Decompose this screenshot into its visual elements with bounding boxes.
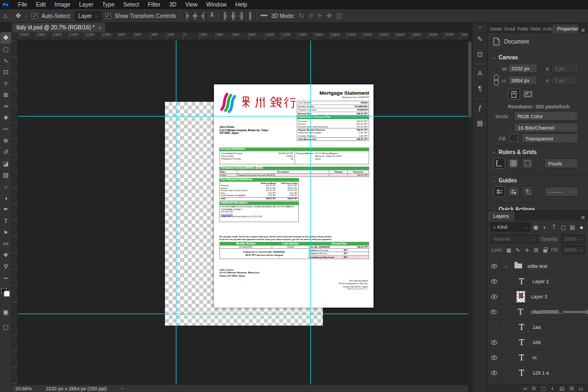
more-tools[interactable]: ••• bbox=[1, 272, 11, 284]
tab-actions[interactable]: Actio bbox=[541, 24, 553, 33]
visibility-toggle[interactable] bbox=[488, 259, 501, 274]
hand-tool[interactable]: ❖ bbox=[1, 249, 11, 261]
guides-toggle-button[interactable] bbox=[493, 186, 505, 197]
menu-file[interactable]: File bbox=[14, 0, 32, 9]
color-swatches[interactable] bbox=[1, 288, 11, 298]
layer-row-hidden[interactable]: T 1aa bbox=[488, 320, 588, 335]
tab-patterns[interactable]: Patte bbox=[515, 24, 528, 33]
guide-horizontal-1[interactable] bbox=[18, 116, 468, 117]
home-icon[interactable]: ⌂ bbox=[3, 12, 7, 20]
brush-settings-icon[interactable]: ✎ bbox=[474, 33, 487, 46]
canvas-area[interactable]: Mortgage Statement Statement Date: 05/04… bbox=[18, 40, 468, 384]
lasso-tool[interactable]: ∿ bbox=[1, 55, 11, 66]
filter-shape-icon[interactable]: ▢ bbox=[560, 223, 567, 231]
guide-horizontal-2[interactable] bbox=[18, 314, 468, 314]
crop-tool[interactable]: ⌗ bbox=[1, 78, 11, 89]
clone-source-icon[interactable]: ⊡ bbox=[474, 48, 487, 61]
eraser-tool[interactable]: ◪ bbox=[1, 158, 11, 169]
rulers-grids-section-header[interactable]: ⌄Rulers & Grids bbox=[492, 149, 537, 155]
clone-stamp-tool[interactable]: ⊕ bbox=[1, 135, 11, 146]
lock-all-icon[interactable] bbox=[542, 246, 548, 254]
glyphs-panel-icon[interactable]: ƒ bbox=[474, 101, 487, 114]
move-tool[interactable]: ✥ bbox=[1, 32, 11, 44]
fill-dropdown[interactable]: Transparent⌄ bbox=[522, 133, 578, 143]
eyedropper-tool[interactable]: ✑ bbox=[1, 101, 11, 112]
status-chevron-icon[interactable]: > bbox=[121, 387, 123, 390]
filter-pixel-icon[interactable]: ▣ bbox=[532, 223, 540, 231]
path-select-tool[interactable]: ➤ bbox=[1, 226, 11, 238]
canvas-scrollbar[interactable] bbox=[468, 40, 472, 384]
visibility-toggle[interactable] bbox=[488, 289, 501, 304]
width-field[interactable]: 2232 px bbox=[508, 64, 537, 73]
show-transform-checkbox[interactable]: ✓ bbox=[105, 13, 111, 19]
snap-toggle-button[interactable] bbox=[522, 158, 534, 169]
chevron-down-icon[interactable]: ⌄ bbox=[504, 264, 508, 268]
align-center-icon[interactable]: ╪ bbox=[193, 12, 198, 20]
layers-menu-icon[interactable]: ≡ bbox=[578, 214, 588, 220]
visibility-toggle[interactable] bbox=[488, 320, 501, 335]
close-icon[interactable]: × bbox=[99, 25, 101, 30]
orientation-landscape-button[interactable] bbox=[522, 89, 534, 100]
tab-layers[interactable]: Layers bbox=[488, 211, 514, 220]
move-tool-icon[interactable]: ✥ bbox=[15, 12, 21, 20]
visibility-toggle[interactable] bbox=[488, 304, 500, 320]
filter-type-icon[interactable]: T bbox=[550, 223, 558, 231]
layer-row[interactable]: T Layer 2 bbox=[488, 274, 588, 289]
lock-guides-button[interactable] bbox=[507, 186, 519, 197]
ruler-horizontal[interactable]: 2000180016001400120010008006004002000200… bbox=[12, 32, 468, 40]
auto-select-dropdown[interactable]: Layer⌄ bbox=[75, 11, 101, 21]
ruler-toggle-button[interactable] bbox=[493, 158, 505, 169]
type-tool[interactable]: T bbox=[1, 215, 11, 226]
chevron-down-icon[interactable]: ⌄ bbox=[24, 14, 28, 18]
libraries-panel-icon[interactable]: ▤ bbox=[474, 117, 487, 130]
layer-mask-icon[interactable]: ▢ bbox=[541, 385, 546, 391]
lock-transparent-icon[interactable]: ▦ bbox=[506, 246, 512, 254]
panel-menu-icon[interactable]: ≡ bbox=[578, 27, 588, 33]
more-options-icon[interactable]: ••• bbox=[261, 12, 268, 20]
tab-gradients[interactable]: Gradi bbox=[502, 24, 515, 33]
align-bottom-icon[interactable]: ╨ bbox=[210, 12, 215, 20]
layer-row-group[interactable]: ⌄ edite text bbox=[488, 259, 588, 274]
distribute-left-icon[interactable]: ╟ bbox=[222, 12, 227, 20]
document-tab[interactable]: Italy id.psd @ 20.7% (RGB/16) * × bbox=[12, 23, 106, 32]
screen-mode-button[interactable]: ▢ bbox=[1, 321, 11, 333]
scrollbar-thumb[interactable] bbox=[468, 41, 471, 118]
quick-actions-section-header[interactable]: ⌄Quick Actions bbox=[492, 206, 535, 210]
dodge-tool[interactable]: ◑ bbox=[1, 192, 11, 204]
lock-position-icon[interactable]: ✛ bbox=[524, 246, 530, 254]
layer-effects-icon[interactable]: fx bbox=[532, 385, 536, 391]
tab-swatches[interactable]: Swatc bbox=[488, 24, 502, 33]
paragraph-panel-icon[interactable]: ¶ bbox=[474, 82, 487, 95]
tab-properties[interactable]: Properties bbox=[553, 24, 578, 33]
brush-tool[interactable]: ✏ bbox=[1, 124, 11, 135]
layer-row[interactable]: T m bbox=[488, 350, 588, 365]
character-panel-icon[interactable]: A bbox=[474, 67, 487, 80]
background-color[interactable] bbox=[4, 291, 10, 297]
menu-help[interactable]: Help bbox=[231, 0, 252, 9]
align-right-icon[interactable]: ╡ bbox=[201, 12, 206, 20]
shape-tool[interactable]: ▭ bbox=[1, 238, 11, 249]
color-mode-dropdown[interactable]: RGB Color⌄ bbox=[514, 111, 578, 121]
mortgage-statement-page[interactable]: Mortgage Statement Statement Date: 05/04… bbox=[214, 84, 373, 308]
fill-swatch[interactable] bbox=[510, 133, 518, 142]
object-selection-tool[interactable]: ⊡ bbox=[1, 66, 11, 78]
tab-history[interactable]: Histo bbox=[528, 24, 541, 33]
layer-row[interactable]: T 129 1 a bbox=[488, 365, 588, 381]
lock-pixels-icon[interactable]: ✎ bbox=[514, 246, 521, 254]
menu-image[interactable]: Image bbox=[50, 0, 75, 9]
filter-adjustment-icon[interactable]: ◐ bbox=[541, 223, 549, 231]
new-group-icon[interactable]: ▤ bbox=[559, 385, 564, 391]
menu-edit[interactable]: Edit bbox=[32, 0, 50, 9]
healing-brush-tool[interactable]: ✚ bbox=[1, 112, 11, 124]
zoom-tool[interactable]: ⚲ bbox=[1, 261, 11, 272]
align-left-icon[interactable]: ╞ bbox=[184, 12, 189, 20]
frame-tool[interactable]: ⊠ bbox=[1, 89, 11, 101]
filter-smart-object-icon[interactable]: ▧ bbox=[568, 223, 576, 231]
layer-row[interactable]: T cilta0000000...<<<<<<<<0 d bbox=[488, 304, 588, 320]
height-field[interactable]: 2854 px bbox=[508, 76, 537, 85]
delete-layer-icon[interactable]: ⊔ bbox=[579, 385, 583, 391]
ruler-vertical[interactable] bbox=[12, 40, 18, 384]
distribute-vertical-icon[interactable]: ║ bbox=[248, 12, 253, 20]
distribute-center-icon[interactable]: ╫ bbox=[231, 12, 236, 20]
menu-type[interactable]: Type bbox=[97, 0, 119, 9]
